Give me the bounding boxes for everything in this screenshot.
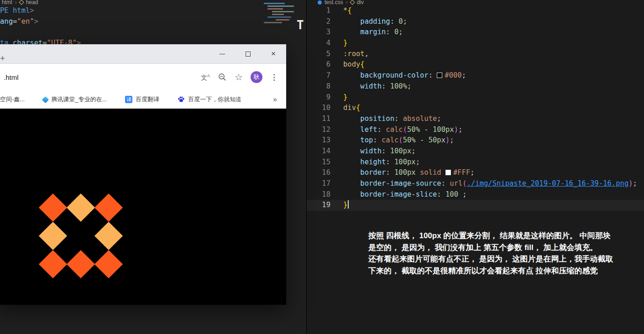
code-line[interactable]: 16 border: 100px solid #FFF; <box>307 167 644 178</box>
code-text[interactable]: height: 100px; <box>330 157 420 168</box>
bookmark-item[interactable]: 百度一下，你就知道 <box>178 95 241 104</box>
code-text[interactable]: *{ <box>330 5 352 16</box>
code-text[interactable]: width: 100px; <box>330 146 416 157</box>
code-text[interactable]: left: calc(50% - 100px); <box>330 125 462 136</box>
code-text[interactable]: border: 100px solid #FFF; <box>330 167 475 178</box>
code-line[interactable]: 17 border-image-source: url(./img/Snipas… <box>307 178 644 189</box>
code-line[interactable]: 13 top: calc(50% - 50px); <box>307 135 644 146</box>
close-button[interactable]: × <box>261 44 286 63</box>
annotation-note: 按照 四根线， 100px 的位置来分割， 结果就是这样的图片。 中间那块 是空… <box>368 230 642 277</box>
browser-menu-icon[interactable]: ⋮ <box>270 73 278 81</box>
bookmark-item[interactable]: 译 百度翻译 <box>125 95 159 104</box>
note-line: 还有看起来图片可能有点不正， 是因为， 这图片是在网上，我手动截取 <box>368 253 642 265</box>
diamond-shape <box>94 193 123 222</box>
new-tab-button[interactable]: + <box>0 54 5 63</box>
code-text[interactable]: border-image-slice: 100 ; <box>330 189 467 200</box>
minimize-icon <box>220 54 225 54</box>
line-number: 19 <box>307 200 330 211</box>
bookmark-item[interactable]: 空间-鑫... <box>0 95 25 104</box>
address-bar[interactable]: .html <box>0 73 19 81</box>
line-number: 10 <box>307 103 330 114</box>
code-text[interactable]: ang="en"> <box>0 16 38 27</box>
html-code-editor[interactable]: PE html>ang="en">ta charset="UTF-8"> <box>0 5 306 49</box>
code-line[interactable]: 5:root, <box>307 49 644 60</box>
code-text[interactable]: PE html> <box>0 5 34 16</box>
code-line[interactable]: ang="en"> <box>0 16 306 27</box>
bookmarks-bar: 空间-鑫... 腾讯课堂_专业的在... 译 百度翻译 百度一下，你就知道 <box>0 90 286 109</box>
bookmarks-overflow-chevron[interactable]: » <box>273 95 286 104</box>
bookmark-label: 百度一下，你就知道 <box>188 95 241 104</box>
line-number: 2 <box>307 16 330 27</box>
minimize-button[interactable] <box>209 44 235 63</box>
code-line[interactable]: 1*{ <box>307 5 644 16</box>
line-number: 8 <box>307 81 330 92</box>
baidu-paw-icon <box>178 96 185 103</box>
browser-window: + × .html 文A ☆ 耿 ⋮ 空 <box>0 44 286 305</box>
code-line[interactable]: 7 background-color: #000; <box>307 70 644 81</box>
code-line[interactable]: 14 width: 100px; <box>307 146 644 157</box>
breadcrumb-item-symbol[interactable]: div <box>357 0 364 5</box>
line-number: 1 <box>307 5 330 16</box>
right-editor-pane: test.css › div 1*{2 padding: 0;3 margin:… <box>306 0 644 334</box>
code-line[interactable]: 15 height: 100px; <box>307 157 644 168</box>
code-line[interactable]: 2 padding: 0; <box>307 16 644 27</box>
code-text[interactable]: margin: 0; <box>330 27 403 38</box>
css-file-icon <box>318 0 322 5</box>
translate-icon[interactable]: 文A <box>201 74 210 81</box>
code-line[interactable]: 8 width: 100%; <box>307 81 644 92</box>
code-line[interactable]: 12 left: calc(50% - 100px); <box>307 125 644 136</box>
code-line[interactable]: 4} <box>307 38 644 49</box>
bookmark-item[interactable]: 腾讯课堂_专业的在... <box>43 95 107 104</box>
line-number: 6 <box>307 59 330 70</box>
code-text[interactable]: width: 100%; <box>330 81 411 92</box>
code-line[interactable]: 3 margin: 0; <box>307 27 644 38</box>
browser-titlebar[interactable]: + × <box>0 44 286 64</box>
code-line[interactable]: 6body{ <box>307 59 644 70</box>
note-line: 按照 四根线， 100px 的位置来分割， 结果就是这样的图片。 中间那块 <box>368 230 642 242</box>
code-text[interactable]: body{ <box>330 59 365 70</box>
diamond-shape <box>67 193 95 222</box>
line-number: 5 <box>307 49 330 60</box>
breadcrumb-separator: › <box>346 0 348 5</box>
code-text[interactable]: div{ <box>330 103 360 114</box>
code-text[interactable]: } <box>330 92 347 103</box>
code-line[interactable]: 18 border-image-slice: 100 ; <box>307 189 644 200</box>
code-text[interactable]: :root, <box>330 49 369 60</box>
color-swatch[interactable] <box>445 170 451 175</box>
code-text[interactable]: position: absolute; <box>330 114 441 125</box>
breadcrumb-item-html[interactable]: html <box>2 0 12 5</box>
code-text[interactable]: } <box>330 200 349 211</box>
profile-avatar[interactable]: 耿 <box>251 71 262 83</box>
code-text[interactable]: padding: 0; <box>330 16 407 27</box>
code-line[interactable] <box>0 27 306 38</box>
bookmark-star-icon[interactable]: ☆ <box>235 73 243 82</box>
color-swatch[interactable] <box>437 73 442 78</box>
right-breadcrumb[interactable]: test.css › div <box>318 0 364 5</box>
line-number: 14 <box>307 146 330 157</box>
code-line[interactable]: 10div{ <box>307 103 644 114</box>
diamond-shape <box>39 193 67 222</box>
diamond-shape <box>94 250 123 278</box>
screen: html › head PE html>ang="en">ta charset=… <box>0 0 644 334</box>
left-breadcrumb[interactable]: html › head <box>0 0 38 5</box>
code-text[interactable]: background-color: #000; <box>330 70 466 81</box>
text-cursor <box>348 200 349 209</box>
diamond-shape <box>67 250 95 278</box>
code-line[interactable]: 9} <box>307 92 644 103</box>
zoom-icon[interactable] <box>218 73 227 82</box>
breadcrumb-item-head[interactable]: head <box>26 0 38 5</box>
code-text[interactable]: } <box>330 38 347 49</box>
line-number: 15 <box>307 157 330 168</box>
breadcrumb-separator: › <box>15 0 17 5</box>
breadcrumb-item-file[interactable]: test.css <box>325 0 343 5</box>
code-line[interactable]: 19} <box>307 200 644 211</box>
code-text[interactable]: top: calc(50% - 50px); <box>330 135 454 146</box>
code-line[interactable]: 11 position: absolute; <box>307 114 644 125</box>
css-code-editor[interactable]: 1*{2 padding: 0;3 margin: 0;4}5:root,6bo… <box>307 5 644 211</box>
minimap[interactable] <box>263 1 298 27</box>
code-text[interactable]: border-image-source: url(./img/Snipaste_… <box>330 178 637 189</box>
maximize-button[interactable] <box>235 44 261 63</box>
code-line[interactable]: PE html> <box>0 5 306 16</box>
bookmark-label: 腾讯课堂_专业的在... <box>51 95 107 104</box>
baidu-translate-icon: 译 <box>125 96 132 103</box>
